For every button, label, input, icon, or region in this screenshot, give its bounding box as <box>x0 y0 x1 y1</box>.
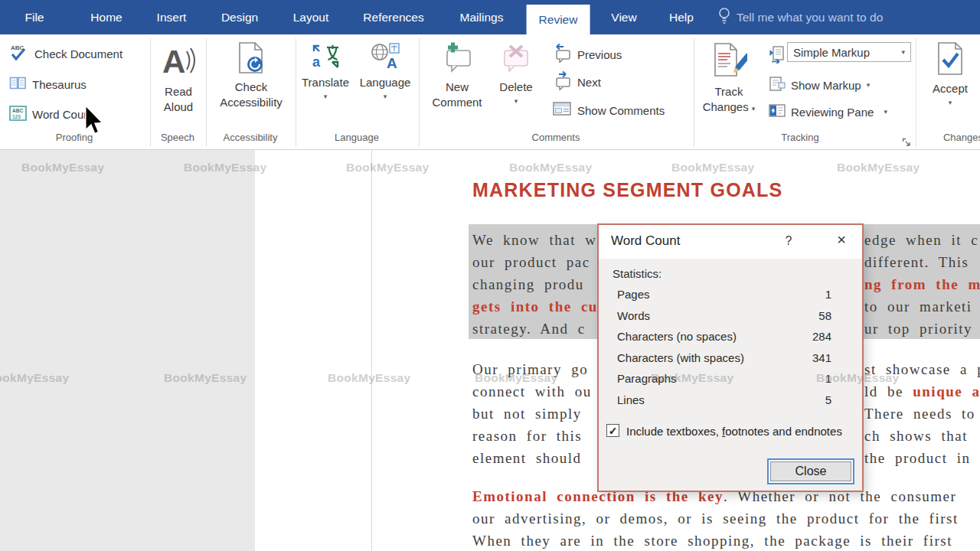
document-text-line: ld be unique a <box>864 380 980 403</box>
delete-comment-icon <box>500 44 532 77</box>
thesaurus-label: Thesaurus <box>32 78 87 91</box>
title-bar: FileHomeInsertDesignLayoutReferencesMail… <box>0 0 980 34</box>
doc-text: the product in <box>864 450 971 466</box>
show-comments-icon <box>553 102 572 119</box>
word-application-window: { "titlebar": { "tabs": [ {"label": "Fil… <box>0 0 980 551</box>
tab-review[interactable]: Review <box>527 5 590 34</box>
lightbulb-icon <box>718 7 730 28</box>
stat-row-paragraphs: Paragraphs1 <box>617 372 831 385</box>
chevron-down-icon: ▾ <box>324 93 328 100</box>
tab-help[interactable]: Help <box>657 0 706 34</box>
check-accessibility-label: Check Accessibility <box>219 80 283 110</box>
close-button[interactable]: Close <box>767 458 854 484</box>
group-divider <box>206 38 207 147</box>
svg-text:a: a <box>312 54 321 70</box>
document-text-line: There needs to <box>864 403 975 425</box>
tab-view[interactable]: View <box>599 0 648 34</box>
include-textboxes-checkbox[interactable]: ✓ <box>606 424 619 437</box>
check-accessibility-button[interactable]: Check Accessibility <box>219 42 283 110</box>
ribbon-review: ABC Check Document Thesaurus ABC123 Word… <box>0 34 980 150</box>
reviewing-pane-button[interactable]: Reviewing Pane ▾ <box>769 100 887 123</box>
stat-label: Characters (with spaces) <box>617 351 744 364</box>
stat-value: 1 <box>825 288 831 301</box>
chevron-down-icon: ▾ <box>514 97 518 105</box>
track-changes-button[interactable]: Track Changes ▾ <box>700 42 758 115</box>
word-count-button[interactable]: ABC123 Word Count <box>9 103 93 126</box>
tab-references[interactable]: References <box>351 0 436 34</box>
thesaurus-button[interactable]: Thesaurus <box>9 73 87 96</box>
accept-button[interactable]: Accept ▾ <box>926 42 974 106</box>
stat-value: 341 <box>812 351 831 364</box>
svg-text:123: 123 <box>12 113 21 119</box>
previous-comment-button[interactable]: Previous <box>553 43 622 66</box>
next-comment-button[interactable]: Next <box>553 70 601 93</box>
delete-label: Delete <box>499 80 532 95</box>
spellcheck-icon: ABC <box>9 44 29 64</box>
stat-row-characters-with-spaces-: Characters (with spaces)341 <box>617 351 831 364</box>
tell-me-box[interactable]: Tell me what you want to do <box>718 0 883 34</box>
accessibility-group-label: Accessibility <box>224 132 278 143</box>
speech-group-label: Speech <box>161 132 194 143</box>
group-divider <box>916 38 916 147</box>
doc-text: edge when it c <box>864 232 978 248</box>
new-comment-button[interactable]: New Comment <box>427 42 487 110</box>
dialog-title-bar[interactable]: Word Count ? × <box>599 225 862 259</box>
doc-text: but not simply <box>472 406 582 422</box>
canvas-gray-margin <box>0 150 255 551</box>
doc-text: changing produ <box>472 276 584 292</box>
delete-comment-button[interactable]: Delete ▾ <box>492 44 541 105</box>
tab-layout[interactable]: Layout <box>281 0 341 34</box>
comments-group-label: Comments <box>532 132 580 143</box>
simple-markup-label: Simple Markup <box>793 46 870 59</box>
language-group-label: Language <box>335 132 379 143</box>
stat-label: Words <box>617 309 650 322</box>
show-markup-button[interactable]: Show Markup ▾ <box>769 73 870 96</box>
tracking-dialog-launcher[interactable] <box>902 136 911 149</box>
reviewing-pane-label: Reviewing Pane <box>791 106 874 119</box>
show-comments-label: Show Comments <box>577 104 665 117</box>
track-changes-label: Track Changes ▾ <box>702 84 756 115</box>
document-text-line: st showcase a p <box>864 358 980 380</box>
stat-label: Pages <box>617 288 650 301</box>
simple-markup-icon-wrap <box>769 44 786 67</box>
translate-button[interactable]: a Translate ▾ <box>299 42 352 100</box>
document-text-line: to our marketi <box>864 295 972 318</box>
document-text-line: element should <box>472 447 582 469</box>
group-divider <box>694 38 694 147</box>
doc-text: element should <box>472 450 582 466</box>
document-text-line: different. This <box>864 251 969 273</box>
read-aloud-button[interactable]: A Read Aloud <box>155 42 202 115</box>
stat-label: Characters (no spaces) <box>617 330 737 343</box>
close-icon[interactable]: × <box>831 231 851 249</box>
tab-mailings[interactable]: Mailings <box>448 0 516 34</box>
display-for-review-select[interactable]: Simple Markup ▾ <box>787 42 911 62</box>
help-icon[interactable]: ? <box>779 234 798 248</box>
tab-home[interactable]: Home <box>78 0 134 34</box>
check-document-button[interactable]: ABC Check Document <box>9 42 122 65</box>
chevron-down-icon: ▾ <box>949 99 952 106</box>
doc-text: Our primary go <box>472 361 588 377</box>
tab-insert[interactable]: Insert <box>145 0 199 34</box>
group-divider <box>150 38 151 147</box>
tab-file[interactable]: File <box>13 0 57 34</box>
svg-text:ABC: ABC <box>12 108 23 113</box>
language-button[interactable]: A Language ▾ <box>354 42 416 100</box>
translate-icon: a <box>311 42 340 72</box>
stat-row-lines: Lines5 <box>617 393 831 406</box>
word-count-icon: ABC123 <box>9 106 27 123</box>
previous-label: Previous <box>577 48 622 61</box>
chevron-down-icon: ▾ <box>867 81 871 89</box>
next-comment-icon <box>553 71 572 93</box>
svg-text:A: A <box>387 55 397 70</box>
page-edge-line <box>371 150 372 551</box>
document-text-line: We know that w <box>472 229 597 251</box>
new-comment-icon <box>441 42 473 77</box>
show-comments-button[interactable]: Show Comments <box>553 99 665 122</box>
tab-design[interactable]: Design <box>209 0 270 34</box>
stat-row-characters-no-spaces-: Characters (no spaces)284 <box>617 330 831 343</box>
proofing-group-label: Proofing <box>56 132 93 143</box>
next-label: Next <box>577 76 601 89</box>
doc-text: our advertising, or demos, or is seeing … <box>472 510 959 527</box>
doc-text-red: gets into the cu <box>472 298 598 315</box>
doc-text-red: unique a <box>913 383 980 399</box>
